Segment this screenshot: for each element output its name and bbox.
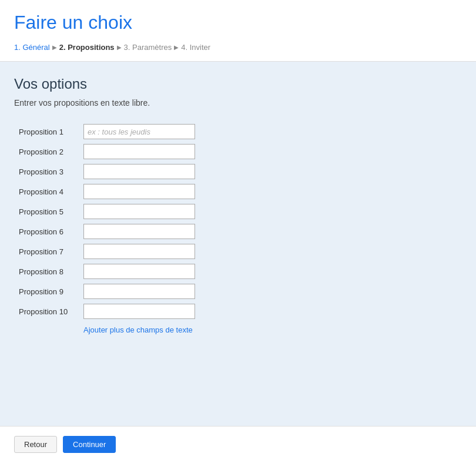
main-content: Vos options Entrer vos propositions en t… xyxy=(0,62,476,426)
propositions-form: Proposition 1 Proposition 2 Proposition … xyxy=(19,124,462,334)
proposition-input-1[interactable] xyxy=(83,124,195,139)
proposition-label-10: Proposition 10 xyxy=(19,307,83,316)
proposition-label-3: Proposition 3 xyxy=(19,167,83,176)
proposition-label-5: Proposition 5 xyxy=(19,207,83,216)
proposition-label-4: Proposition 4 xyxy=(19,187,83,196)
proposition-row-5: Proposition 5 xyxy=(19,204,462,219)
breadcrumb-item-propositions: 2. Propositions xyxy=(59,43,115,52)
section-title: Vos options xyxy=(14,76,462,92)
breadcrumb-item-inviter: 4. Inviter xyxy=(181,43,210,52)
proposition-row-6: Proposition 6 xyxy=(19,224,462,239)
add-more-fields-link[interactable]: Ajouter plus de champs de texte xyxy=(83,325,193,334)
page-title: Faire un choix xyxy=(14,12,462,33)
proposition-row-4: Proposition 4 xyxy=(19,184,462,199)
proposition-label-9: Proposition 9 xyxy=(19,287,83,296)
proposition-row-7: Proposition 7 xyxy=(19,244,462,259)
proposition-input-5[interactable] xyxy=(83,204,195,219)
breadcrumb-item-general[interactable]: 1. Général xyxy=(14,43,50,52)
proposition-label-2: Proposition 2 xyxy=(19,147,83,156)
proposition-row-10: Proposition 10 xyxy=(19,304,462,319)
footer-actions: Retour Continuer xyxy=(0,426,476,460)
proposition-row-3: Proposition 3 xyxy=(19,164,462,179)
proposition-row-8: Proposition 8 xyxy=(19,264,462,279)
breadcrumb-sep-2: ▶ xyxy=(117,44,122,51)
proposition-label-7: Proposition 7 xyxy=(19,247,83,256)
section-description: Entrer vos propositions en texte libre. xyxy=(14,98,462,108)
proposition-row-1: Proposition 1 xyxy=(19,124,462,139)
proposition-row-9: Proposition 9 xyxy=(19,284,462,299)
back-button[interactable]: Retour xyxy=(14,436,57,453)
proposition-row-2: Proposition 2 xyxy=(19,144,462,159)
breadcrumb-item-parametres: 3. Paramètres xyxy=(124,43,172,52)
proposition-label-1: Proposition 1 xyxy=(19,127,83,136)
proposition-input-2[interactable] xyxy=(83,144,195,159)
proposition-input-3[interactable] xyxy=(83,164,195,179)
breadcrumb: 1. Général ▶ 2. Propositions ▶ 3. Paramè… xyxy=(14,43,462,61)
proposition-input-6[interactable] xyxy=(83,224,195,239)
breadcrumb-sep-1: ▶ xyxy=(52,44,57,51)
proposition-input-4[interactable] xyxy=(83,184,195,199)
proposition-input-10[interactable] xyxy=(83,304,195,319)
proposition-label-6: Proposition 6 xyxy=(19,227,83,236)
proposition-input-7[interactable] xyxy=(83,244,195,259)
add-more-link-container: Ajouter plus de champs de texte xyxy=(83,325,462,334)
proposition-label-8: Proposition 8 xyxy=(19,267,83,276)
proposition-input-8[interactable] xyxy=(83,264,195,279)
breadcrumb-sep-3: ▶ xyxy=(174,44,179,51)
continue-button[interactable]: Continuer xyxy=(63,436,116,453)
proposition-input-9[interactable] xyxy=(83,284,195,299)
